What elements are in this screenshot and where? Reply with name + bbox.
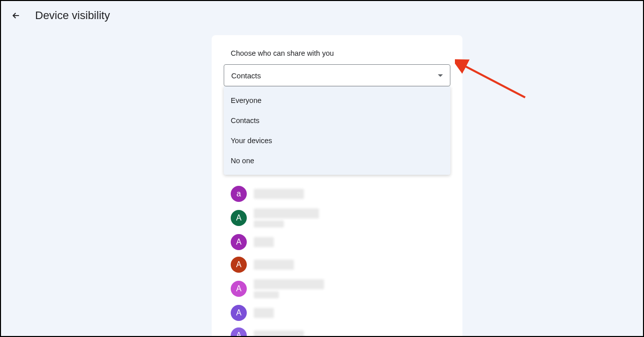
contact-row[interactable]: A (231, 208, 443, 228)
contact-name-redacted (254, 308, 274, 318)
contact-name-redacted (254, 208, 319, 228)
avatar: A (231, 281, 247, 297)
dropdown-option-everyone[interactable]: Everyone (224, 90, 450, 110)
avatar: a (231, 186, 247, 202)
avatar: A (231, 210, 247, 226)
contact-row[interactable]: A (231, 327, 443, 337)
visibility-dropdown-menu: Everyone Contacts Your devices No one (224, 86, 450, 175)
dropdown-option-contacts[interactable]: Contacts (224, 110, 450, 131)
contact-name-redacted (254, 189, 304, 199)
svg-line-1 (462, 65, 525, 97)
page-title: Device visibility (35, 9, 110, 22)
dropdown-option-your-devices[interactable]: Your devices (224, 131, 450, 151)
back-arrow-icon[interactable] (11, 11, 21, 21)
dropdown-option-no-one[interactable]: No one (224, 151, 450, 171)
contact-row[interactable]: A (231, 305, 443, 321)
contact-row[interactable]: A (231, 257, 443, 273)
visibility-select-value: Contacts (231, 71, 261, 80)
contact-row[interactable]: A (231, 234, 443, 250)
contact-row[interactable]: a (231, 186, 443, 202)
contact-name-redacted (254, 260, 294, 270)
contacts-list: aAAAAAAA (212, 186, 462, 337)
contact-name-redacted (254, 330, 304, 337)
contact-name-redacted (254, 279, 324, 298)
header: Device visibility (1, 1, 643, 30)
avatar: A (231, 257, 247, 273)
annotation-arrow-icon (455, 57, 530, 102)
settings-card: Choose who can share with you Contacts E… (212, 35, 462, 337)
avatar: A (231, 234, 247, 250)
share-label: Choose who can share with you (212, 49, 462, 64)
contact-name-redacted (254, 237, 274, 247)
avatar: A (231, 305, 247, 321)
visibility-select[interactable]: Contacts (224, 64, 450, 86)
avatar: A (231, 327, 247, 337)
chevron-down-icon (438, 74, 443, 77)
contact-row[interactable]: A (231, 279, 443, 298)
